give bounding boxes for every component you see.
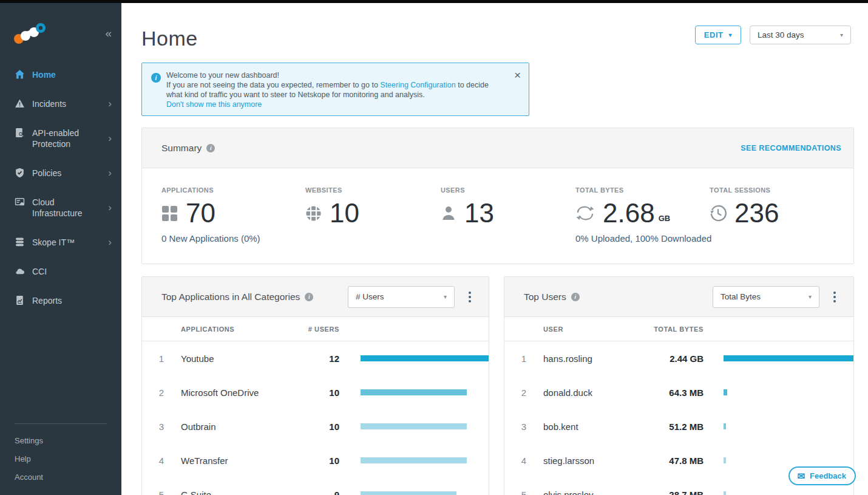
sidebar-item-policies[interactable]: Policies › [0,159,121,188]
bar-track [724,355,853,361]
bar-track [361,389,489,395]
date-range-value: Last 30 days [758,30,804,39]
metric-applications: APPLICATIONS 70 0 New Applications (0%) [161,186,260,244]
kebab-menu-icon[interactable] [828,286,841,308]
info-icon[interactable]: i [305,293,313,301]
sidebar-item-account[interactable]: Account [15,468,107,486]
close-icon[interactable]: × [514,69,521,81]
bar-track [361,423,489,429]
users-sort-select[interactable]: Total Bytes ▾ [713,286,819,308]
row-value: 10 [285,456,339,466]
apps-table-header: APPLICATIONS # USERS [142,317,489,341]
metric-value: 13 [464,198,494,228]
row-name: Youtube [181,353,285,364]
sidebar-item-label: Home [32,69,56,80]
value-bar [724,457,726,463]
table-row[interactable]: 2 donald.duck 64.3 MB [504,375,853,409]
table-row[interactable]: 3 bob.kent 51.2 MB [504,409,853,443]
row-rank: 4 [142,456,181,466]
header-actions: EDIT ▾ Last 30 days ▾ [695,26,851,44]
metric-websites: WEBSITES 10 [305,186,359,227]
value-bar [361,491,456,495]
row-name: stieg.larsson [543,456,647,466]
top-applications-header: Top Applications in All Categories i # U… [142,277,489,317]
metric-value: 70 [186,198,215,228]
sidebar-item-cloud-infrastructure[interactable]: Cloud Infrastructure › [0,188,121,228]
see-recommendations-link[interactable]: SEE RECOMMENDATIONS [741,144,841,152]
row-value: 10 [285,422,339,432]
warning-triangle-icon [15,98,25,109]
row-rank: 2 [142,387,181,398]
sidebar-item-help[interactable]: Help [15,449,107,468]
document-search-icon [15,128,25,138]
metric-users: USERS 13 [441,186,494,227]
value-bar [724,355,853,361]
kebab-menu-icon[interactable] [463,286,476,308]
metric-label: USERS [441,186,494,194]
sidebar-collapse-icon[interactable]: « [105,27,112,40]
new-applications-link[interactable]: 0 New Applications (0%) [161,233,260,244]
feedback-label: Feedback [810,471,846,480]
summary-body: APPLICATIONS 70 0 New Applications (0%) … [142,168,853,264]
row-value: 64.3 MB [647,387,704,398]
row-value: 51.2 MB [647,422,704,432]
sidebar-item-label: CCI [32,266,47,277]
metric-label: WEBSITES [305,186,359,194]
chevron-right-icon: › [108,236,112,248]
database-icon [15,237,25,247]
apps-sort-value: # Users [356,292,384,301]
bar-track [724,389,853,395]
row-rank: 3 [142,422,181,432]
sidebar-item-api-enabled-protection[interactable]: API-enabled Protection › [0,118,121,159]
envelope-icon: ✉ [797,471,805,482]
metric-value: 10 [330,198,359,228]
sidebar-nav: Home Incidents › API-enabled Protection … [0,60,121,315]
row-name: bob.kent [543,422,647,432]
report-chart-icon [15,295,25,306]
date-range-select[interactable]: Last 30 days ▾ [750,26,851,44]
sidebar-item-reports[interactable]: Reports [0,286,121,315]
metric-unit: GB [659,214,671,223]
banner-line1: Welcome to your new dashboard! [166,70,504,80]
apps-sort-select[interactable]: # Users ▾ [348,286,455,308]
feedback-button[interactable]: ✉ Feedback [788,466,856,485]
shield-check-icon [15,168,25,178]
info-icon[interactable]: i [571,293,580,301]
row-name: elvis.presley [543,490,647,495]
uploaded-downloaded-link[interactable]: 0% Uploaded, 100% Downloaded [575,233,711,244]
chevron-right-icon: › [108,167,112,179]
users-table-header: USER TOTAL BYTES [504,317,853,341]
users-sort-value: Total Bytes [721,292,761,301]
summary-title: Summary i [161,143,215,154]
info-icon[interactable]: i [206,144,215,152]
row-name: WeTransfer [181,456,285,466]
steering-configuration-link[interactable]: Steering Configuration [380,81,455,89]
sidebar-item-settings[interactable]: Settings [15,431,107,449]
sidebar-item-skope-it[interactable]: Skope IT™ › [0,228,121,257]
chevron-right-icon: › [108,202,112,214]
row-rank: 5 [504,490,543,495]
sidebar-item-cci[interactable]: CCI [0,257,121,286]
table-row[interactable]: 1 Youtube 12 [142,341,489,375]
row-value: 12 [285,353,339,364]
table-row[interactable]: 1 hans.rosling 2.44 GB [504,341,853,375]
chevron-right-icon: › [108,98,112,110]
table-row[interactable]: 4 WeTransfer 10 [142,443,489,477]
dont-show-link[interactable]: Don't show me this anymore [166,100,262,109]
sidebar-item-incidents[interactable]: Incidents › [0,89,121,118]
table-row[interactable]: 3 Outbrain 10 [142,409,489,443]
bar-track [361,491,489,495]
sidebar-item-label: API-enabled Protection [32,128,100,149]
sidebar-item-home[interactable]: Home [0,60,121,89]
edit-button[interactable]: EDIT ▾ [695,26,741,44]
metric-label: TOTAL BYTES [575,186,711,194]
row-name: G Suite [181,490,285,495]
row-value: 9 [285,490,339,495]
user-icon [441,205,456,221]
caret-down-icon: ▾ [728,32,732,38]
table-row[interactable]: 2 Microsoft OneDrive 10 [142,375,489,409]
bar-track [724,457,853,463]
table-row[interactable]: 5 G Suite 9 [142,477,489,495]
bar-track [724,491,853,495]
row-rank: 3 [504,422,543,432]
